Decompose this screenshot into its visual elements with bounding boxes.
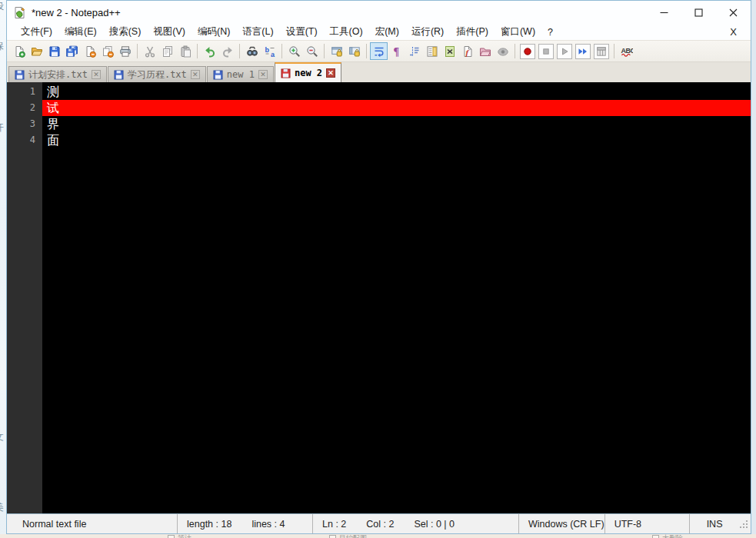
zoom-out-button[interactable]	[303, 42, 321, 60]
cut-button[interactable]	[141, 42, 158, 60]
menu-item-tools[interactable]: 工具(O)	[324, 24, 369, 40]
background-text-fragment: 设	[0, 0, 4, 13]
close-button[interactable]	[81, 42, 98, 60]
background-window-bottom-sliver: 第计目绐配图大删除	[0, 534, 756, 538]
doc-map-button[interactable]	[423, 42, 441, 60]
menu-item-language[interactable]: 语言(L)	[236, 24, 279, 40]
menu-item-plugins[interactable]: 插件(P)	[450, 24, 495, 40]
tab-close-icon[interactable]: ✕	[191, 70, 200, 79]
macro-run-multiple-button[interactable]	[575, 44, 591, 59]
menu-item-edit[interactable]: 编辑(E)	[58, 24, 103, 40]
indent-guide-button[interactable]	[405, 42, 423, 60]
menu-item-settings[interactable]: 设置(T)	[280, 24, 324, 40]
udl-button[interactable]	[441, 42, 458, 60]
spell-check-button[interactable]: ABC	[618, 42, 635, 60]
menu-bar: 文件(F)编辑(E)搜索(S)视图(V)编码(N)语言(L)设置(T)工具(O)…	[7, 24, 751, 40]
close-all-icon	[102, 45, 114, 58]
tab-close-icon[interactable]: ✕	[258, 70, 268, 79]
menu-item-search[interactable]: 搜索(S)	[103, 24, 148, 40]
sync-scroll-v-icon	[331, 45, 343, 58]
tab-3[interactable]: new 1✕	[207, 66, 274, 82]
toolbar-separator	[614, 44, 614, 58]
save-all-button[interactable]	[63, 42, 81, 60]
editor[interactable]: 1234 测试界面	[7, 82, 751, 513]
tab-2[interactable]: 学习历程.txt✕	[108, 66, 206, 82]
tab-label: 计划安排.txt	[28, 68, 88, 81]
tab-1[interactable]: 计划安排.txt✕	[8, 66, 107, 82]
show-all-chars-button[interactable]: ¶	[388, 42, 405, 60]
copy-button[interactable]	[158, 42, 176, 60]
window-controls	[647, 1, 751, 24]
macro-save-button[interactable]	[594, 44, 609, 59]
new-file-button[interactable]	[10, 42, 28, 60]
monitoring-button[interactable]	[494, 42, 511, 60]
print-icon	[119, 45, 132, 58]
macro-play-icon	[558, 45, 571, 58]
print-button[interactable]	[116, 42, 134, 60]
toolbar-separator	[515, 44, 515, 58]
save-button[interactable]	[45, 42, 63, 60]
close-button[interactable]	[716, 1, 751, 24]
find-button[interactable]	[243, 42, 261, 60]
tab-close-icon[interactable]: ✕	[92, 70, 101, 79]
code-line-current[interactable]: 试	[42, 100, 751, 116]
tab-close-icon[interactable]: ✕	[326, 68, 335, 78]
code-line[interactable]: 界	[42, 116, 751, 132]
paste-button[interactable]	[176, 42, 194, 60]
minimize-button[interactable]	[647, 1, 681, 24]
resize-grip-icon[interactable]	[739, 520, 749, 532]
macro-record-button[interactable]	[520, 44, 535, 59]
zoom-in-button[interactable]	[285, 42, 303, 60]
code-line[interactable]: 测	[42, 84, 751, 100]
indent-guide-icon	[408, 45, 421, 58]
saved-file-icon	[213, 70, 223, 80]
svg-text:¶: ¶	[393, 46, 399, 58]
macro-stop-button[interactable]	[538, 44, 554, 59]
status-length: length : 18	[187, 519, 231, 530]
menu-item-file[interactable]: 文件(F)	[15, 24, 58, 40]
word-wrap-button[interactable]	[370, 42, 388, 60]
checkbox-icon	[652, 535, 659, 538]
sync-scroll-h-button[interactable]	[345, 42, 363, 60]
open-file-icon	[31, 45, 43, 58]
status-insert-mode[interactable]: INS	[690, 514, 751, 533]
open-file-button[interactable]	[28, 42, 45, 60]
tab-4[interactable]: new 2✕	[275, 62, 341, 82]
menu-item-help[interactable]: ?	[541, 25, 559, 39]
background-text-fragment: 开	[0, 121, 4, 134]
status-eol-format[interactable]: Windows (CR LF)	[519, 514, 605, 533]
close-all-button[interactable]	[98, 42, 116, 60]
toolbar: ba¶fABC	[7, 40, 751, 62]
tab-label: 学习历程.txt	[128, 68, 187, 81]
undo-button[interactable]	[201, 42, 218, 60]
svg-text:a: a	[271, 51, 275, 58]
menu-item-view[interactable]: 视图(V)	[147, 24, 191, 40]
menu-item-run[interactable]: 运行(R)	[405, 24, 450, 40]
sync-scroll-v-button[interactable]	[328, 42, 345, 60]
replace-button[interactable]: ba	[261, 42, 278, 60]
menu-item-macro[interactable]: 宏(M)	[369, 24, 405, 40]
function-list-button[interactable]: f	[458, 42, 476, 60]
maximize-button[interactable]	[681, 1, 716, 24]
toolbar-separator	[137, 44, 138, 58]
menu-item-window[interactable]: 窗口(W)	[495, 24, 541, 40]
sync-scroll-h-icon	[348, 45, 361, 58]
zoom-in-icon	[288, 45, 301, 58]
menubar-close-button[interactable]: X	[727, 26, 740, 38]
macro-play-button[interactable]	[557, 44, 572, 59]
status-encoding[interactable]: UTF-8	[605, 514, 690, 533]
line-number: 2	[7, 100, 42, 116]
status-lines: lines : 4	[251, 519, 285, 530]
background-text-fragment: 美	[0, 501, 4, 514]
folder-workspace-button[interactable]	[476, 42, 494, 60]
checkbox-icon	[168, 535, 175, 538]
menu-item-encoding[interactable]: 编码(N)	[191, 24, 236, 40]
monitoring-icon	[497, 45, 509, 58]
code-area[interactable]: 测试界面	[42, 82, 751, 513]
notepadpp-window: *new 2 - Notepad++ 文件(F)编辑(E)搜索(S)视图(V)编…	[6, 0, 751, 534]
background-text-fragment: 文	[0, 430, 4, 443]
redo-button[interactable]	[218, 42, 236, 60]
line-number: 4	[7, 132, 42, 148]
code-line[interactable]: 面	[42, 132, 751, 148]
macro-run-multiple-icon	[577, 45, 589, 58]
